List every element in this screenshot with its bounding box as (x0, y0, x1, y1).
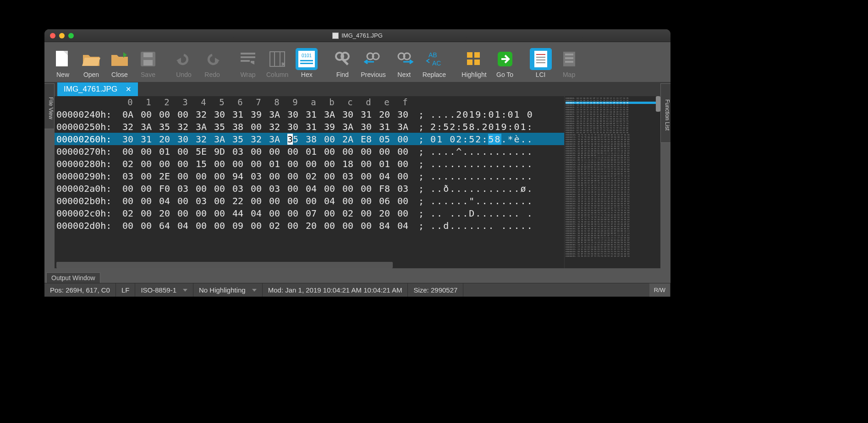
byte-cell[interactable]: 00 (137, 195, 155, 206)
byte-cell[interactable]: 00 (375, 146, 394, 157)
byte-cell[interactable]: 00 (192, 220, 210, 231)
byte-cell[interactable]: 00 (192, 208, 210, 219)
byte-cell[interactable]: 3A (137, 121, 155, 132)
tab-close-icon[interactable]: ✕ (126, 85, 132, 93)
byte-cell[interactable]: 00 (357, 195, 375, 206)
byte-cell[interactable]: 84 (375, 220, 394, 231)
byte-cell[interactable]: 04 (155, 195, 174, 206)
byte-cell[interactable]: 3A (265, 134, 284, 145)
hex-row[interactable]: 00000240h:0A000000323031393A30313A303120… (55, 108, 564, 120)
byte-cell[interactable]: 31 (357, 109, 375, 120)
byte-cell[interactable]: 64 (155, 220, 174, 231)
byte-cell[interactable]: 00 (119, 183, 137, 194)
byte-cell[interactable]: 00 (210, 158, 229, 169)
row-ascii[interactable]: 2:52:58.2019:01: (430, 121, 533, 132)
byte-cell[interactable]: 09 (229, 220, 247, 231)
row-ascii[interactable]: ..d....... ..... (430, 220, 533, 231)
byte-cell[interactable]: 07 (302, 208, 320, 219)
byte-cell[interactable]: 5E (192, 146, 210, 157)
byte-cell[interactable]: 00 (394, 208, 412, 219)
byte-cell[interactable]: 30 (210, 109, 229, 120)
tab-img-4761[interactable]: IMG_4761.JPG ✕ (57, 82, 138, 96)
horizontal-scrollbar[interactable] (56, 262, 393, 268)
byte-cell[interactable]: 00 (174, 208, 192, 219)
byte-cell[interactable]: 00 (394, 158, 412, 169)
byte-cell[interactable]: 00 (284, 171, 302, 182)
byte-cell[interactable]: 02 (265, 220, 284, 231)
byte-cell[interactable]: 05 (375, 134, 394, 145)
byte-cell[interactable]: 01 (302, 146, 320, 157)
byte-cell[interactable]: 00 (320, 220, 339, 231)
byte-cell[interactable]: 35 (210, 121, 229, 132)
byte-cell[interactable]: 35 (155, 121, 174, 132)
byte-cell[interactable]: 00 (192, 183, 210, 194)
byte-cell[interactable]: 04 (394, 220, 412, 231)
byte-cell[interactable]: 00 (394, 134, 412, 145)
byte-cell[interactable]: 18 (339, 158, 357, 169)
byte-cell[interactable]: 00 (137, 146, 155, 157)
byte-cell[interactable]: 2A (339, 134, 357, 145)
byte-cell[interactable]: 31 (229, 109, 247, 120)
row-bytes[interactable]: 0000F00300000300030004000000F803 (119, 183, 412, 194)
row-bytes[interactable]: 00000400030022000000000400000600 (119, 195, 412, 206)
byte-cell[interactable]: 00 (229, 158, 247, 169)
byte-cell[interactable]: F8 (375, 183, 394, 194)
byte-cell[interactable]: 03 (339, 171, 357, 182)
byte-cell[interactable]: 00 (137, 158, 155, 169)
byte-cell[interactable]: 00 (174, 109, 192, 120)
byte-cell[interactable]: 00 (357, 158, 375, 169)
byte-cell[interactable]: 00 (394, 171, 412, 182)
byte-cell[interactable]: 00 (210, 220, 229, 231)
byte-cell[interactable]: 00 (320, 171, 339, 182)
byte-cell[interactable]: 03 (229, 146, 247, 157)
replace-button[interactable]: ABAC Replace (419, 47, 450, 79)
column-button[interactable]: Column (263, 47, 292, 79)
byte-cell[interactable]: 3A (320, 109, 339, 120)
byte-cell[interactable]: 00 (320, 158, 339, 169)
row-ascii[interactable]: ....^........... (430, 146, 533, 157)
byte-cell[interactable]: 00 (155, 109, 174, 120)
byte-cell[interactable]: 3A (394, 121, 412, 132)
byte-cell[interactable]: 00 (357, 171, 375, 182)
byte-cell[interactable]: 00 (284, 146, 302, 157)
row-ascii[interactable]: ................ (430, 158, 533, 169)
byte-cell[interactable]: 00 (284, 220, 302, 231)
row-ascii[interactable]: ......"......... (430, 195, 533, 206)
byte-cell[interactable]: 00 (210, 195, 229, 206)
byte-cell[interactable]: 35 (229, 134, 247, 145)
byte-cell[interactable]: 3A (339, 121, 357, 132)
minimap-scrollbar[interactable] (656, 96, 660, 112)
byte-cell[interactable]: 00 (192, 171, 210, 182)
byte-cell[interactable]: 20 (155, 134, 174, 145)
byte-cell[interactable]: 03 (394, 183, 412, 194)
hex-row[interactable]: 00000260h:30312030323A35323A3538002AE805… (55, 133, 564, 145)
byte-cell[interactable]: 00 (339, 146, 357, 157)
byte-cell[interactable]: 00 (137, 220, 155, 231)
byte-cell[interactable]: 00 (394, 195, 412, 206)
hex-row[interactable]: 00000290h:03002E000000940300000200030004… (55, 170, 564, 182)
byte-cell[interactable]: 00 (174, 146, 192, 157)
byte-cell[interactable]: 00 (357, 208, 375, 219)
byte-cell[interactable]: 31 (302, 109, 320, 120)
byte-cell[interactable]: F0 (155, 183, 174, 194)
byte-cell[interactable]: 03 (229, 183, 247, 194)
close-window-button[interactable] (50, 33, 55, 38)
byte-cell[interactable]: 01 (375, 158, 394, 169)
byte-cell[interactable]: 03 (174, 183, 192, 194)
byte-cell[interactable]: 00 (320, 208, 339, 219)
hex-row[interactable]: 00000250h:323A35323A353800323031393A3031… (55, 120, 564, 133)
hex-row[interactable]: 000002c0h:020020000000440400000700020020… (55, 207, 564, 219)
byte-cell[interactable]: 32 (119, 121, 137, 132)
byte-cell[interactable]: 00 (320, 183, 339, 194)
byte-cell[interactable]: 30 (174, 134, 192, 145)
byte-cell[interactable]: 32 (192, 109, 210, 120)
close-button[interactable]: Close (106, 47, 133, 79)
row-bytes[interactable]: 000001005E9D03000000010000000000 (119, 146, 412, 157)
byte-cell[interactable]: 00 (247, 158, 265, 169)
byte-cell[interactable]: 00 (284, 195, 302, 206)
row-bytes[interactable]: 03002E00000094030000020003000400 (119, 171, 412, 182)
byte-cell[interactable]: 9D (210, 146, 229, 157)
byte-cell[interactable]: 04 (174, 220, 192, 231)
byte-cell[interactable]: 3A (265, 109, 284, 120)
byte-cell[interactable]: 02 (302, 171, 320, 182)
